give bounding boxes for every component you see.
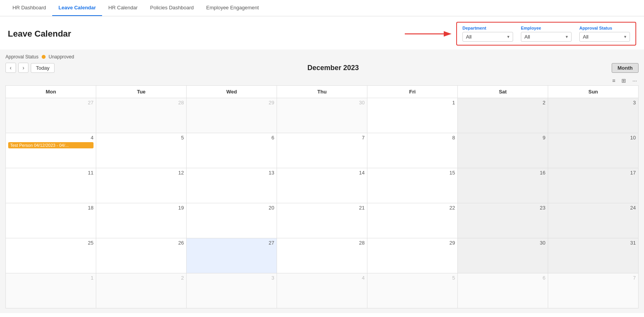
calendar-cell[interactable]: 23 [458, 203, 548, 238]
day-number: 8 [370, 135, 455, 141]
calendar-cell[interactable]: 3 [548, 98, 639, 133]
calendar-cell[interactable]: 21 [277, 203, 367, 238]
calendar-cell[interactable]: 28 [277, 238, 367, 273]
day-number: 5 [370, 275, 455, 281]
calendar-cell[interactable]: 17 [548, 168, 639, 203]
filter-area: Department All ▾ Employee All ▾ Approval… [405, 22, 636, 46]
next-button[interactable]: › [18, 63, 29, 73]
calendar-cell[interactable]: 2 [458, 98, 548, 133]
day-header-sat: Sat [458, 86, 548, 98]
calendar-cell[interactable]: 16 [458, 168, 548, 203]
more-icon-btn[interactable]: ··· [631, 77, 639, 85]
department-select[interactable]: All ▾ [462, 32, 513, 42]
nav-tab-policies-dashboard[interactable]: Policies Dashboard [144, 0, 200, 16]
event-bar[interactable]: Test Person 04/12/2023 - 04/... [8, 142, 94, 148]
day-number: 7 [550, 275, 636, 281]
unapproved-legend-dot [42, 55, 46, 59]
calendar-cell[interactable]: 5 [367, 273, 458, 308]
department-filter-label: Department [462, 26, 513, 30]
calendar-cell[interactable]: 29 [187, 98, 277, 133]
day-header-wed: Wed [187, 86, 277, 98]
department-filter-group: Department All ▾ [462, 26, 513, 42]
calendar-cell[interactable]: 3 [187, 273, 277, 308]
calendar-cell[interactable]: 20 [187, 203, 277, 238]
day-number: 15 [370, 170, 455, 176]
calendar-cell[interactable]: 26 [96, 238, 187, 273]
filter-icon-btn[interactable]: ≡ [610, 77, 617, 85]
calendar-cell[interactable]: 22 [367, 203, 458, 238]
employee-chevron-icon: ▾ [566, 34, 568, 39]
day-number: 21 [279, 205, 365, 211]
day-number: 2 [460, 100, 545, 106]
calendar-cell[interactable]: 31 [548, 238, 639, 273]
calendar-cell[interactable]: 4 [277, 273, 367, 308]
day-number: 19 [99, 205, 184, 211]
nav-tab-leave-calendar[interactable]: Leave Calendar [52, 0, 102, 16]
calendar-cell[interactable]: 9 [458, 133, 548, 168]
day-number: 16 [460, 170, 545, 176]
calendar-cell[interactable]: 25 [6, 238, 96, 273]
calendar-cell[interactable]: 10 [548, 133, 639, 168]
day-number: 27 [189, 240, 274, 246]
approval-status-filter-label: Approval Status [579, 26, 630, 30]
day-number: 1 [370, 100, 455, 106]
day-number: 3 [189, 275, 274, 281]
nav-tab-hr-dashboard[interactable]: HR Dashboard [6, 0, 52, 16]
nav-tab-hr-calendar[interactable]: HR Calendar [102, 0, 144, 16]
approval-status-select[interactable]: All ▾ [579, 32, 630, 42]
employee-select[interactable]: All ▾ [521, 32, 572, 42]
day-number: 13 [189, 170, 274, 176]
day-number: 6 [189, 135, 274, 141]
calendar-cell[interactable]: 24 [548, 203, 639, 238]
calendar-cell[interactable]: 7 [277, 133, 367, 168]
calendar-cell[interactable]: 4Test Person 04/12/2023 - 04/... [6, 133, 96, 168]
today-button[interactable]: Today [31, 63, 55, 73]
day-header-mon: Mon [6, 86, 96, 98]
day-number: 6 [460, 275, 545, 281]
calendar-cell[interactable]: 29 [367, 238, 458, 273]
calendar-cell[interactable]: 30 [458, 238, 548, 273]
day-number: 4 [8, 135, 94, 141]
calendar-cell[interactable]: 12 [96, 168, 187, 203]
grid-icon-btn[interactable]: ⊞ [620, 77, 628, 85]
employee-select-value: All [524, 34, 530, 40]
approval-status-select-value: All [583, 34, 588, 40]
calendar-cell[interactable]: 11 [6, 168, 96, 203]
calendar-cell[interactable]: 5 [96, 133, 187, 168]
calendar-cell[interactable]: 1 [6, 273, 96, 308]
calendar-grid: MonTueWedThuFriSatSun 272829301234Test P… [5, 85, 639, 308]
calendar-cell[interactable]: 15 [367, 168, 458, 203]
calendar-toolbar: ‹ › Today December 2023 Month [5, 63, 639, 73]
day-number: 5 [99, 135, 184, 141]
calendar-cell[interactable]: 8 [367, 133, 458, 168]
day-number: 29 [189, 100, 274, 106]
svg-marker-1 [444, 31, 452, 37]
calendar-cell[interactable]: 2 [96, 273, 187, 308]
day-number: 30 [279, 100, 365, 106]
day-number: 7 [279, 135, 365, 141]
month-view-button[interactable]: Month [612, 63, 639, 73]
calendar-cell[interactable]: 1 [367, 98, 458, 133]
calendar-cell[interactable]: 6 [458, 273, 548, 308]
calendar-cell[interactable]: 27 [6, 98, 96, 133]
calendar-cell[interactable]: 28 [96, 98, 187, 133]
calendar-cell[interactable]: 7 [548, 273, 639, 308]
calendar-cell[interactable]: 13 [187, 168, 277, 203]
calendar-cell[interactable]: 30 [277, 98, 367, 133]
calendar-cell[interactable]: 6 [187, 133, 277, 168]
nav-tab-employee-engagement[interactable]: Employee Engagement [200, 0, 265, 16]
calendar-cell[interactable]: 19 [96, 203, 187, 238]
page-header: Leave Calendar Department All ▾ Employee… [0, 16, 644, 49]
calendar-cell[interactable]: 18 [6, 203, 96, 238]
calendar-container: Approval Status Unapproved ‹ › Today Dec… [0, 49, 644, 313]
day-number: 1 [8, 275, 94, 281]
calendar-cell[interactable]: 27 [187, 238, 277, 273]
day-number: 22 [370, 205, 455, 211]
day-number: 31 [550, 240, 636, 246]
day-number: 14 [279, 170, 365, 176]
day-number: 4 [279, 275, 365, 281]
prev-button[interactable]: ‹ [5, 63, 16, 73]
calendar-cell[interactable]: 14 [277, 168, 367, 203]
unapproved-legend-label: Unapproved [49, 54, 74, 60]
day-number: 2 [99, 275, 184, 281]
